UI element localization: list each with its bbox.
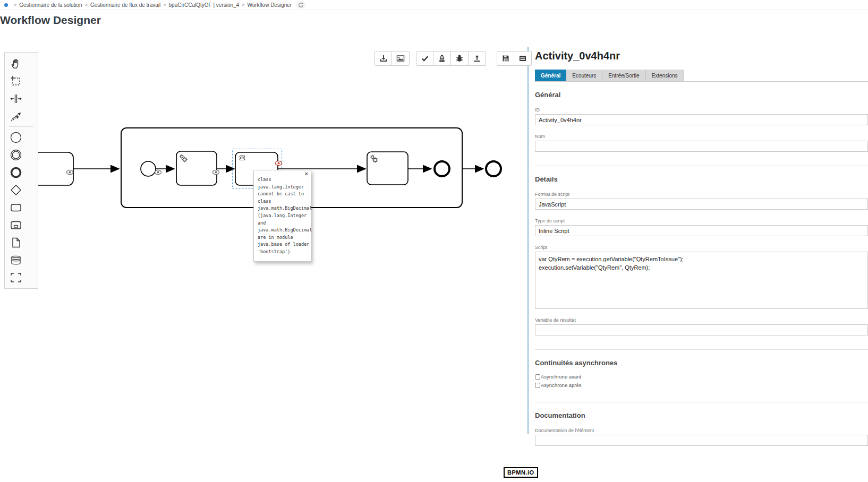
end-event-final[interactable]: [486, 161, 501, 176]
name-label: Nom: [535, 134, 868, 139]
script-field[interactable]: var QtyRem = execution.getVariable("QtyR…: [535, 252, 868, 309]
section-details-heading: Détails: [535, 175, 868, 183]
lasso-tool-icon[interactable]: [5, 72, 38, 90]
palette-divider: [9, 126, 33, 127]
listener-eye-icon: [213, 170, 219, 174]
breadcrumb-separator: >: [14, 2, 16, 7]
download-icon[interactable]: [375, 51, 392, 66]
participant-icon[interactable]: [5, 269, 38, 286]
async-before-row: Asynchrone avant: [535, 374, 868, 380]
subprocess-icon[interactable]: [5, 216, 38, 234]
bpmn-canvas[interactable]: × class java.lang.Integer cannot be cast…: [0, 40, 529, 482]
section-async-heading: Continuités asynchrones: [535, 359, 868, 367]
listener-eye-icon: [155, 170, 161, 174]
space-tool-icon[interactable]: [5, 90, 38, 107]
global-connect-icon[interactable]: [5, 107, 38, 125]
intermediate-event-icon[interactable]: [5, 146, 38, 163]
tab-listeners[interactable]: Ecouteurs: [566, 70, 602, 81]
breadcrumb-separator: >: [85, 2, 88, 7]
script-type-label: Type de script: [535, 218, 868, 223]
gateway-icon[interactable]: [5, 181, 38, 199]
bpmn-palette: [4, 52, 38, 289]
async-after-row: Asynchrone après: [535, 382, 868, 388]
properties-panel: Activity_0v4h4nr Général Ecouteurs Entré…: [529, 47, 868, 446]
bug-icon[interactable]: [451, 51, 469, 66]
breadcrumb-item-solution[interactable]: Gestionnaire de la solution: [19, 2, 82, 8]
tab-extensions[interactable]: Extensions: [646, 70, 684, 81]
breadcrumb-item-designer[interactable]: Workflow Designer: [247, 2, 292, 8]
async-after-checkbox[interactable]: [535, 383, 540, 388]
tab-general[interactable]: Général: [535, 70, 566, 81]
form-icon[interactable]: [514, 51, 532, 66]
section-divider: [535, 349, 868, 350]
script-type-field[interactable]: [535, 225, 868, 236]
script-label: Script: [535, 245, 868, 250]
id-field[interactable]: [535, 114, 868, 125]
section-divider: [535, 402, 868, 402]
error-eye-icon: [276, 161, 282, 165]
async-after-label: Asynchrone après: [541, 382, 582, 388]
listener-eye-icon: [67, 170, 73, 174]
toolbar-group-export: [375, 51, 410, 66]
breadcrumb: > Gestionnaire de la solution > Gestionn…: [0, 0, 868, 10]
element-title: Activity_0v4h4nr: [535, 50, 868, 62]
element-documentation-field[interactable]: [535, 435, 868, 446]
result-variable-label: Variable de résultat: [535, 317, 868, 323]
name-field[interactable]: [535, 141, 868, 152]
script-format-label: Format de script: [535, 192, 868, 197]
tab-input-output[interactable]: Entrée/Sortie: [602, 70, 645, 81]
service-task-2[interactable]: [367, 152, 408, 185]
data-object-icon[interactable]: [5, 234, 38, 251]
section-divider: [535, 166, 868, 166]
section-general-heading: Général: [535, 91, 868, 99]
element-documentation-label: Documentation de l'élément: [535, 428, 868, 433]
result-variable-field[interactable]: [535, 324, 868, 335]
error-tooltip-text: class java.lang.Integer cannot be cast t…: [258, 176, 308, 256]
status-dot-icon: [4, 3, 8, 7]
upload-icon[interactable]: [469, 51, 486, 66]
breadcrumb-item-workflow-version[interactable]: bpaCirCCalQtyOF | version_4: [169, 2, 240, 8]
bpmn-io-logo[interactable]: BPMN.iO: [504, 467, 538, 478]
save-icon[interactable]: [497, 51, 514, 66]
data-store-icon[interactable]: [5, 251, 38, 269]
service-task-1[interactable]: [176, 151, 217, 185]
error-tooltip: × class java.lang.Integer cannot be cast…: [253, 170, 311, 262]
breadcrumb-separator: >: [242, 2, 244, 7]
refresh-icon[interactable]: [296, 2, 305, 8]
breadcrumb-item-workflow-manager[interactable]: Gestionnaire de flux de travail: [90, 2, 160, 8]
task-icon[interactable]: [5, 199, 38, 216]
properties-tabs: Général Ecouteurs Entrée/Sortie Extensio…: [535, 70, 868, 82]
close-icon[interactable]: ×: [305, 171, 308, 177]
toolbar-group-save: [497, 51, 532, 66]
stamp-icon[interactable]: [433, 51, 451, 66]
async-before-checkbox[interactable]: [535, 374, 540, 380]
async-before-label: Asynchrone avant: [541, 374, 581, 380]
canvas-toolbar: [375, 51, 538, 66]
breadcrumb-separator: >: [163, 2, 166, 7]
hand-tool-icon[interactable]: [5, 55, 38, 72]
toolbar-group-actions: [416, 51, 486, 66]
validate-check-icon[interactable]: [416, 51, 433, 66]
start-event[interactable]: [141, 161, 156, 176]
page-title: Workflow Designer: [0, 14, 101, 27]
end-event-icon[interactable]: [5, 163, 38, 181]
start-event-icon[interactable]: [5, 128, 38, 146]
image-icon[interactable]: [392, 51, 410, 66]
id-label: ID: [535, 107, 868, 113]
script-format-field[interactable]: [535, 199, 868, 210]
section-documentation-heading: Documentation: [535, 411, 868, 419]
end-event-inner[interactable]: [435, 161, 449, 176]
